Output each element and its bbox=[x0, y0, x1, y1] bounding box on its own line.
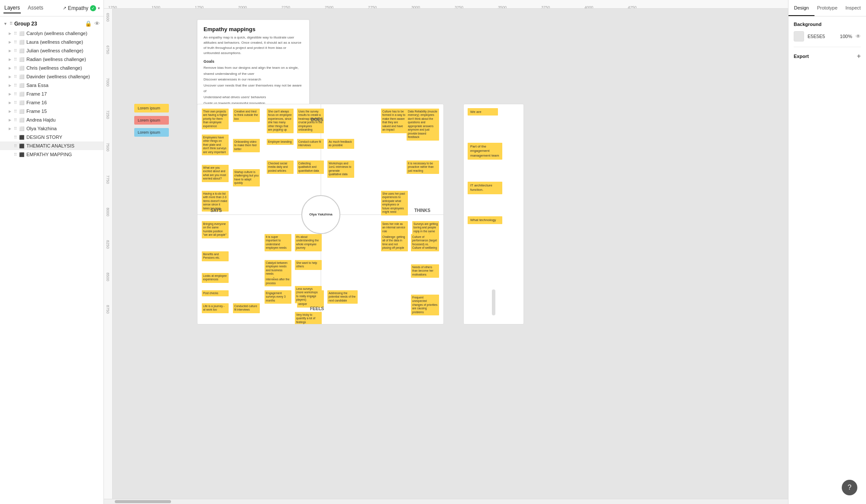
drag-icon: ⠿ bbox=[14, 144, 17, 148]
layer-expand-icon: ▶ bbox=[9, 109, 12, 113]
layer-item[interactable]: ▶ ⠿ ⬜ Frame 15 bbox=[0, 107, 103, 116]
sticky-note: Onboarding video to make them feel bette… bbox=[233, 139, 260, 152]
ruler-vertical: 6500 6750 7000 7250 7500 7750 8000 8250 … bbox=[104, 9, 113, 499]
empathy-label: Empathy bbox=[68, 5, 88, 11]
drag-icon: ⠿ bbox=[14, 57, 17, 62]
tab-inspect[interactable]: Inspect bbox=[840, 0, 866, 16]
drag-icon: ⠿ bbox=[14, 100, 17, 105]
sticky-note: Checked social media daily and posted ar… bbox=[267, 161, 294, 174]
layers-list: ▼ ⠿ Group 23 🔒 👁 ▶ ⠿ ⬜ Carolyn (wellness… bbox=[0, 16, 103, 504]
divider bbox=[794, 47, 861, 47]
bottom-scrollbar[interactable] bbox=[104, 499, 788, 504]
frame-icon: ⬜ bbox=[19, 66, 25, 71]
empathy-mappings-card: Empathy mappings An empathy map is a qui… bbox=[197, 19, 310, 112]
ruler-mark: 3750 bbox=[541, 5, 550, 9]
layer-item[interactable]: ⠿ ⬛ DESIGN STORY bbox=[0, 133, 103, 141]
layer-item[interactable]: ▶ ⠿ ⬜ Andrea Hajdu bbox=[0, 116, 103, 124]
sticky-note: Benefits and Pensions etc. bbox=[202, 251, 229, 261]
sticky-note: Challenge: getting all of the data in ti… bbox=[381, 234, 408, 251]
opacity-value[interactable]: 100% bbox=[840, 34, 852, 39]
layer-item[interactable]: ▶ ⠿ ⬜ Davinder (wellness challenge) bbox=[0, 72, 103, 81]
layer-item-thematic[interactable]: ⠿ ⬛ THEMATIC ANALYSIS bbox=[0, 141, 103, 150]
help-button[interactable]: ? bbox=[842, 480, 857, 495]
layer-item[interactable]: ⠿ ⬛ EMPATHY MAPPING bbox=[0, 150, 103, 159]
tab-assets[interactable]: Assets bbox=[27, 3, 44, 13]
group-name: Group 23 bbox=[14, 21, 83, 27]
export-add-button[interactable]: + bbox=[857, 52, 861, 60]
ruler-mark: 2500 bbox=[325, 5, 333, 9]
tab-layers[interactable]: Layers bbox=[3, 3, 21, 13]
ruler-vmark: 8000 bbox=[106, 208, 110, 216]
sticky-note: Culture has to be formed in a way to mak… bbox=[381, 109, 408, 133]
layer-expand-icon: ▶ bbox=[9, 75, 12, 79]
ruler-vmark: 7000 bbox=[106, 78, 110, 87]
ruler-vmark: 6500 bbox=[106, 13, 110, 22]
drag-icon: ⠿ bbox=[14, 48, 17, 53]
color-hex-value[interactable]: E5E5E5 bbox=[808, 34, 825, 39]
layer-item[interactable]: ▶ ⠿ ⬜ Sara Essa bbox=[0, 81, 103, 90]
layer-name: EMPATHY MAPPING bbox=[26, 152, 72, 157]
section-icon: ⬛ bbox=[19, 135, 25, 140]
sticky-note: She uses her past experiences to anticip… bbox=[381, 191, 408, 215]
right-sticky-we-are: We are bbox=[468, 108, 498, 116]
tab-prototype[interactable]: Prototype bbox=[814, 0, 840, 16]
sticky-pink: Lorem ipsum bbox=[134, 116, 169, 125]
tab-design[interactable]: Design bbox=[788, 0, 814, 16]
layer-name: Chris (wellness challenge) bbox=[26, 65, 82, 71]
sticky-note: Data Reliability (muscle memory): employ… bbox=[407, 109, 439, 141]
layer-item[interactable]: ▶ ⠿ ⬜ Chris (wellness challenge) bbox=[0, 64, 103, 72]
sticky-note: Less surveys (more workshops to really e… bbox=[295, 286, 322, 303]
layer-item[interactable]: ▶ ⠿ ⬜ Laura (wellness challenge) bbox=[0, 38, 103, 46]
scroll-thumb[interactable] bbox=[115, 500, 171, 503]
sticky-note: Bringing everyone on the same humble pos… bbox=[202, 221, 229, 238]
sticky-note: It's about understanding the whole emplo… bbox=[295, 234, 322, 251]
ruler-vmark: 8500 bbox=[106, 273, 110, 281]
sticky-note: She want to help others bbox=[295, 260, 322, 270]
ruler-mark: 2750 bbox=[368, 5, 377, 9]
scroll-indicator bbox=[492, 289, 495, 315]
sticky-note: Collecting qualitative and quantitative … bbox=[297, 161, 324, 174]
drag-icon: ⠿ bbox=[14, 83, 17, 88]
left-panel: Layers Assets ↗ Empathy ✓ ▾ ▼ ⠿ Group 23… bbox=[0, 0, 104, 504]
chevron-down-icon: ▾ bbox=[98, 6, 100, 10]
sticky-note: She can't always focus on employee exper… bbox=[267, 109, 294, 133]
layer-item[interactable]: ▶ ⠿ ⬜ Julian (wellness challenge) bbox=[0, 46, 103, 55]
layer-item[interactable]: ▶ ⠿ ⬜ Frame 17 bbox=[0, 90, 103, 98]
layer-name: Julian (wellness challenge) bbox=[26, 48, 83, 53]
ruler-mark: 2250 bbox=[281, 5, 290, 9]
ruler-mark: 1750 bbox=[195, 5, 204, 9]
sticky-note: It is super important to understand empl… bbox=[265, 234, 291, 251]
layer-expand-icon: ▶ bbox=[9, 101, 12, 105]
layer-item[interactable]: ▶ ⠿ ⬜ Olya Yakzhina bbox=[0, 124, 103, 133]
empathy-card-description: An empathy map is a quick, digestible wa… bbox=[204, 35, 303, 56]
layer-expand-icon: ▶ bbox=[9, 40, 12, 44]
sticky-note: Creative and tried to think outside the … bbox=[233, 109, 260, 122]
sidebar-stickies: Lorem ipsum Lorem ipsum Lorem ipsum bbox=[134, 104, 169, 137]
person-circle: Olya Yakzhina bbox=[301, 195, 340, 234]
canvas-viewport[interactable]: Empathy mappings An empathy map is a qui… bbox=[113, 9, 788, 499]
frame-icon: ⬜ bbox=[19, 57, 25, 62]
drag-icon: ⠿ bbox=[14, 74, 17, 79]
layer-expand-icon: ▶ bbox=[9, 127, 12, 131]
sticky-note: Post checks bbox=[202, 290, 229, 296]
section-icon: ⬛ bbox=[19, 144, 25, 148]
sticky-note: Needs of others than become her motivati… bbox=[411, 264, 439, 278]
ruler-vmark: 7750 bbox=[106, 175, 110, 184]
color-swatch[interactable] bbox=[794, 31, 804, 42]
group-header[interactable]: ▼ ⠿ Group 23 🔒 👁 bbox=[0, 18, 103, 29]
frame-icon: ⬜ bbox=[19, 74, 25, 79]
layer-name: Frame 15 bbox=[26, 109, 47, 114]
visibility-toggle-icon[interactable]: 👁 bbox=[856, 33, 861, 39]
layer-item[interactable]: ▶ ⠿ ⬜ Radian (wellness challenge) bbox=[0, 55, 103, 64]
drag-icon: ⠿ bbox=[14, 66, 17, 71]
background-row: E5E5E5 100% 👁 bbox=[794, 31, 861, 42]
sticky-note: Sees her role as an internal service rol… bbox=[381, 221, 408, 234]
eye-icon[interactable]: 👁 bbox=[94, 20, 100, 27]
lock-icon[interactable]: 🔒 bbox=[85, 20, 92, 27]
layer-name: Frame 16 bbox=[26, 100, 47, 105]
layer-item[interactable]: ▶ ⠿ ⬜ Carolyn (wellness challenge) bbox=[0, 29, 103, 38]
ruler-vmark: 7250 bbox=[106, 110, 110, 119]
ruler-vmark: 8750 bbox=[106, 305, 110, 314]
layer-item[interactable]: ▶ ⠿ ⬜ Frame 16 bbox=[0, 98, 103, 107]
empathy-tab[interactable]: ↗ Empathy ✓ ▾ bbox=[63, 5, 100, 11]
